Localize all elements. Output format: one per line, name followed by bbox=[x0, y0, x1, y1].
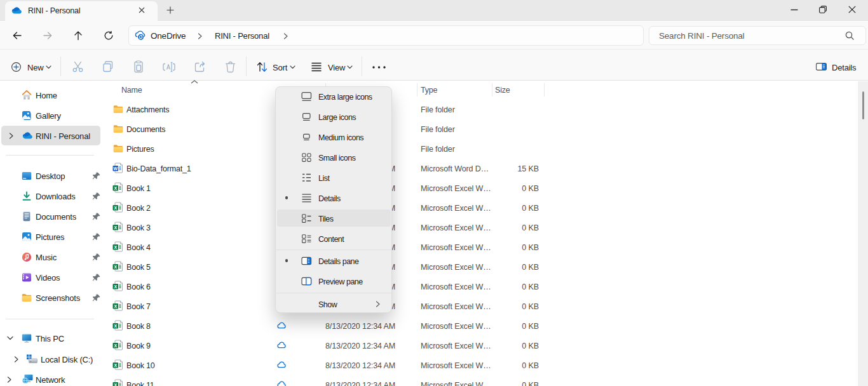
svg-text:X: X bbox=[114, 363, 117, 368]
svg-text:X: X bbox=[114, 343, 117, 348]
svg-text:W: W bbox=[113, 166, 118, 171]
svg-text:X: X bbox=[114, 225, 117, 230]
svg-text:X: X bbox=[114, 383, 117, 386]
svg-text:X: X bbox=[114, 304, 117, 309]
svg-text:X: X bbox=[114, 206, 117, 210]
svg-text:X: X bbox=[114, 186, 117, 190]
svg-text:X: X bbox=[114, 284, 117, 289]
svg-text:X: X bbox=[114, 265, 117, 269]
svg-text:X: X bbox=[114, 245, 117, 250]
svg-text:X: X bbox=[114, 324, 117, 328]
